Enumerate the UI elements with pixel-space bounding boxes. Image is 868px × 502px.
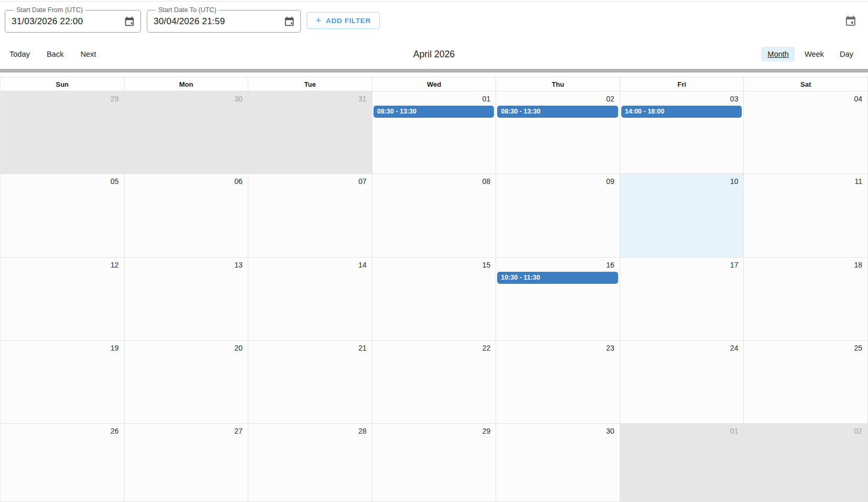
view-button-month[interactable]: Month [761,47,795,62]
view-button-week[interactable]: Week [798,47,830,62]
day-cell[interactable]: 18 [744,258,868,341]
calendar-icon [124,16,135,27]
day-cell[interactable]: 04 [744,91,868,174]
day-number: 07 [248,174,372,186]
start-date-from-field[interactable]: Start Date From (UTC) 31/03/2026 22:00 [5,6,141,33]
add-filter-label: ADD FILTER [326,17,371,25]
day-number: 01 [620,424,744,436]
day-cell[interactable]: 25 [744,341,868,424]
day-cell[interactable]: 12 [1,258,125,341]
day-cell[interactable]: 19 [1,341,125,424]
back-button[interactable]: Back [41,47,70,62]
day-number: 30 [125,91,248,104]
start-date-from-input[interactable]: 31/03/2026 22:00 [12,16,123,27]
day-cell[interactable]: 09 [496,174,620,258]
day-header-mon: Mon [125,77,249,91]
day-header-fri: Fri [620,77,744,91]
calendar-icon [844,15,857,27]
day-cell[interactable]: 14 [248,258,372,341]
top-divider [0,1,868,2]
day-number: 27 [125,424,248,436]
calendar-event[interactable]: 14:00 - 18:00 [621,106,742,118]
date-picker-button[interactable] [123,15,136,28]
day-cell[interactable]: 23 [496,341,620,424]
plus-icon: + [316,16,321,25]
day-number: 23 [496,341,620,353]
view-switcher: MonthWeekDay [761,44,860,64]
horizontal-scrollbar[interactable] [0,69,868,73]
day-number: 30 [496,424,620,436]
day-number: 18 [744,258,867,270]
day-cell[interactable]: 21 [248,341,372,424]
day-cell[interactable]: 1610:30 - 11:30 [496,258,620,341]
day-number: 05 [1,174,124,186]
day-number: 09 [496,174,620,186]
day-cell[interactable]: 24 [620,341,744,424]
day-cell[interactable]: 26 [1,424,125,502]
day-cell[interactable]: 07 [248,174,372,258]
day-header-tue: Tue [248,77,372,91]
day-cell[interactable]: 28 [248,424,372,502]
month-grid: SunMonTueWedThuFriSat2930310108:30 - 13:… [0,77,868,502]
day-cell[interactable]: 30 [125,91,249,174]
day-number: 31 [248,91,372,104]
day-cell[interactable]: 02 [744,424,868,502]
add-filter-button[interactable]: + ADD FILTER [307,12,380,29]
day-number: 12 [1,258,124,270]
day-number: 08 [372,174,496,186]
calendar-event[interactable]: 08:30 - 13:30 [497,106,618,118]
day-number: 06 [125,174,248,186]
day-number: 17 [620,258,744,270]
day-cell[interactable]: 20 [125,341,249,424]
day-cell[interactable]: 22 [372,341,497,424]
day-number: 03 [620,91,744,104]
day-number: 19 [1,341,124,353]
day-number: 20 [125,341,248,353]
day-number: 01 [372,91,496,104]
start-date-to-field[interactable]: Start Date To (UTC) 30/04/2026 21:59 [147,6,301,33]
day-number: 14 [248,258,372,270]
day-cell[interactable]: 30 [496,424,620,502]
calendar-icon [284,16,295,27]
calendar-toolbar: Today Back Next April 2026 MonthWeekDay [0,44,868,64]
day-cell[interactable]: 11 [744,174,868,258]
calendar-title: April 2026 [0,44,868,64]
calendar-app: Start Date From (UTC) 31/03/2026 22:00 S… [0,0,868,502]
day-number: 15 [372,258,496,270]
day-cell[interactable]: 0314:00 - 18:00 [620,91,744,174]
day-number: 26 [1,424,124,436]
nav-button-group: Today Back Next [3,44,103,64]
day-cell[interactable]: 31 [248,91,372,174]
day-cell[interactable]: 27 [125,424,249,502]
day-number: 21 [248,341,372,353]
day-header-thu: Thu [496,77,620,91]
day-cell[interactable]: 01 [620,424,744,502]
next-button[interactable]: Next [74,47,103,62]
day-cell[interactable]: 17 [620,258,744,341]
open-date-picker-button[interactable] [844,14,857,28]
day-cell[interactable]: 29 [372,424,497,502]
day-number: 11 [744,174,867,186]
day-cell[interactable]: 08 [372,174,497,258]
start-date-to-label: Start Date To (UTC) [156,6,219,14]
date-picker-button[interactable] [282,15,296,28]
start-date-to-input[interactable]: 30/04/2026 21:59 [154,16,282,27]
day-number: 24 [620,341,744,353]
day-number: 13 [125,258,248,270]
day-cell[interactable]: 0108:30 - 13:30 [372,91,497,174]
day-cell-today[interactable]: 10 [620,174,744,258]
day-cell[interactable]: 0208:30 - 13:30 [496,91,620,174]
day-cell[interactable]: 06 [125,174,249,258]
day-number: 04 [744,91,867,104]
day-cell[interactable]: 15 [372,258,497,341]
day-number: 28 [248,424,372,436]
day-number: 25 [744,341,867,353]
day-cell[interactable]: 05 [1,174,125,258]
day-header-sun: Sun [1,77,125,91]
day-cell[interactable]: 29 [1,91,125,174]
view-button-day[interactable]: Day [833,47,860,62]
calendar-event[interactable]: 10:30 - 11:30 [497,272,618,284]
day-cell[interactable]: 13 [125,258,249,341]
today-button[interactable]: Today [3,47,36,62]
calendar-event[interactable]: 08:30 - 13:30 [374,106,494,118]
